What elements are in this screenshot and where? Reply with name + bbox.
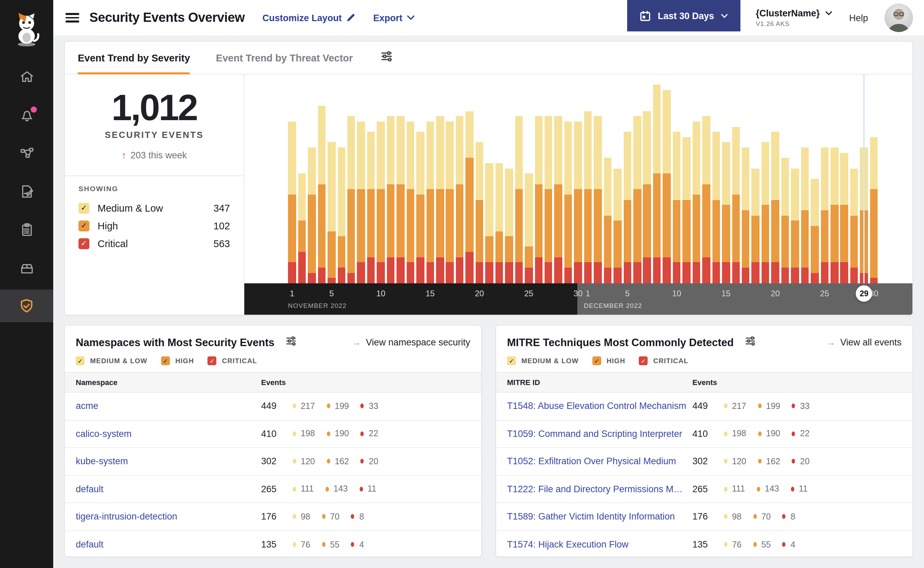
- medium-low-checkbox[interactable]: [76, 357, 84, 365]
- mitre-settings-sliders-icon[interactable]: [745, 335, 756, 349]
- chart-bar[interactable]: [456, 116, 464, 283]
- chart-bar[interactable]: [347, 116, 355, 283]
- legend-high[interactable]: High 102: [78, 217, 230, 234]
- chart-bar[interactable]: [426, 121, 434, 283]
- high-checkbox[interactable]: [161, 357, 170, 365]
- chart-bar[interactable]: [387, 116, 395, 283]
- legend-medium-low[interactable]: Medium & Low 347: [78, 199, 230, 217]
- chart-bar[interactable]: [781, 158, 789, 283]
- chart-bar[interactable]: [613, 168, 621, 283]
- namespace-link[interactable]: kube-system: [76, 456, 261, 467]
- namespace-link[interactable]: default: [76, 484, 261, 494]
- chart-bar[interactable]: [811, 179, 818, 283]
- filter-high[interactable]: HIGH: [161, 357, 194, 365]
- chart-bar[interactable]: [436, 116, 444, 283]
- namespace-link[interactable]: default: [76, 540, 261, 550]
- chart-bar[interactable]: [544, 116, 552, 283]
- chart-bar[interactable]: [761, 142, 769, 283]
- chart-bar[interactable]: [505, 168, 513, 283]
- chart-bar[interactable]: [840, 153, 848, 283]
- chart-bar[interactable]: [643, 111, 651, 283]
- chart-bar[interactable]: [485, 163, 493, 283]
- user-avatar[interactable]: [885, 3, 913, 32]
- chart-bar[interactable]: [850, 168, 858, 283]
- chart-bar[interactable]: [791, 168, 799, 283]
- chart-bar[interactable]: [555, 116, 562, 283]
- chart-bar[interactable]: [831, 148, 838, 283]
- critical-checkbox[interactable]: [78, 238, 89, 249]
- chart-bar[interactable]: [446, 121, 454, 283]
- mitre-id-link[interactable]: T1574: Hijack Execution Flow: [507, 540, 692, 550]
- sidebar-item-policies[interactable]: [0, 175, 53, 207]
- medium-low-checkbox[interactable]: [78, 202, 89, 213]
- filter-high[interactable]: HIGH: [592, 357, 626, 365]
- chart-bar[interactable]: [801, 148, 809, 283]
- chart-bar[interactable]: [584, 111, 592, 283]
- chart-bar[interactable]: [821, 148, 829, 283]
- sidebar-item-home[interactable]: [0, 60, 53, 93]
- chart-bar[interactable]: [338, 148, 345, 283]
- chart-bar[interactable]: [406, 121, 414, 283]
- high-checkbox[interactable]: [592, 357, 601, 365]
- chart-bar[interactable]: [623, 132, 631, 283]
- chart-bar[interactable]: [870, 137, 878, 283]
- chart-bar[interactable]: [692, 121, 700, 283]
- chart-bar[interactable]: [525, 174, 533, 283]
- filter-critical[interactable]: CRITICAL: [208, 357, 257, 365]
- critical-checkbox[interactable]: [208, 357, 217, 365]
- mitre-id-link[interactable]: T1589: Gather Victim Identity Informatio…: [507, 512, 692, 522]
- chart-bar[interactable]: [564, 121, 572, 283]
- namespace-link[interactable]: calico-system: [76, 429, 261, 439]
- chart-bar[interactable]: [772, 132, 779, 283]
- chart-bar[interactable]: [683, 137, 690, 283]
- medium-low-checkbox[interactable]: [507, 357, 516, 365]
- chart-bar[interactable]: [653, 85, 661, 283]
- sidebar-item-threat-defense[interactable]: [0, 290, 53, 322]
- chart-bar[interactable]: [288, 121, 296, 283]
- sidebar-item-image-assurance[interactable]: [0, 251, 53, 284]
- namespaces-settings-sliders-icon[interactable]: [285, 335, 297, 349]
- chart-bar[interactable]: [663, 90, 671, 283]
- chart-bar[interactable]: [752, 168, 760, 283]
- chart-bar[interactable]: [495, 163, 503, 283]
- view-namespace-security-link[interactable]: View namespace security: [352, 337, 470, 347]
- sidebar-item-alerts[interactable]: [0, 98, 53, 131]
- mitre-id-link[interactable]: T1052: Exfiltration Over Physical Medium: [507, 456, 692, 467]
- namespace-link[interactable]: tigera-intrusion-detection: [76, 512, 261, 522]
- legend-critical[interactable]: Critical 563: [78, 234, 230, 252]
- chart-bar[interactable]: [722, 142, 730, 283]
- critical-checkbox[interactable]: [639, 357, 648, 365]
- filter-medium-low[interactable]: MEDIUM & LOW: [507, 357, 579, 365]
- chart-bar[interactable]: [298, 174, 306, 283]
- chart-bar[interactable]: [466, 111, 473, 283]
- sidebar-item-service-graph[interactable]: [0, 136, 53, 169]
- chart-bar[interactable]: [327, 142, 335, 283]
- cluster-selector[interactable]: {ClusterName} V1.26 AKS: [756, 8, 833, 27]
- high-checkbox[interactable]: [78, 220, 89, 231]
- chart-bar[interactable]: [712, 132, 720, 283]
- chart-bar[interactable]: [742, 148, 750, 283]
- view-all-events-link[interactable]: View all events: [826, 337, 901, 347]
- tab-event-trend-by-severity[interactable]: Event Trend by Severity: [78, 42, 190, 74]
- help-link[interactable]: Help: [849, 13, 868, 23]
- chart-bar[interactable]: [476, 142, 484, 283]
- chart-bar[interactable]: [396, 116, 404, 283]
- calico-cat-logo[interactable]: [0, 0, 53, 60]
- hamburger-menu-icon[interactable]: [65, 11, 79, 24]
- mitre-id-link[interactable]: T1059: Command and Scripting Interpreter: [507, 429, 692, 439]
- filter-medium-low[interactable]: MEDIUM & LOW: [76, 357, 148, 365]
- namespace-link[interactable]: acme: [76, 401, 261, 411]
- selected-day-marker[interactable]: 29: [856, 286, 872, 302]
- customize-layout-button[interactable]: Customize Layout: [262, 13, 356, 23]
- chart-bar[interactable]: [515, 116, 523, 283]
- chart-bar[interactable]: [574, 121, 582, 283]
- chart-bar[interactable]: [377, 121, 385, 283]
- chart-bar[interactable]: [732, 127, 740, 283]
- chart-bar[interactable]: [633, 116, 641, 283]
- chart-bar[interactable]: [535, 116, 543, 283]
- tab-event-trend-by-threat-vector[interactable]: Event Trend by Threat Vector: [216, 42, 353, 74]
- chart-bar[interactable]: [416, 132, 424, 283]
- chart-bar[interactable]: [357, 121, 365, 283]
- chart-bar[interactable]: [318, 106, 326, 283]
- chart-bar[interactable]: [594, 116, 601, 283]
